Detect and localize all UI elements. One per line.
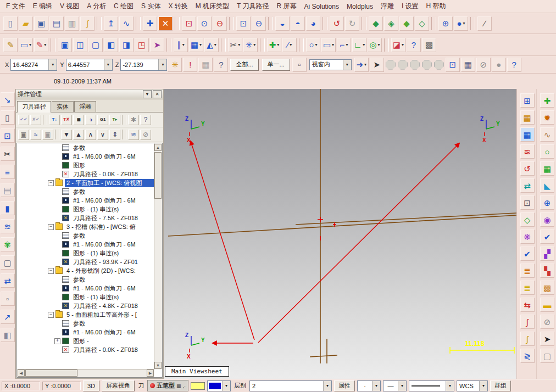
- layers-yellow-icon[interactable]: ≣: [520, 281, 535, 295]
- tree-item[interactable]: −5 - 曲面粗加工等高外形 - [: [17, 310, 154, 319]
- prompt-arrow-icon[interactable]: ➜▾: [354, 58, 369, 72]
- xform-mirror-icon[interactable]: ◭▾: [204, 38, 219, 52]
- line-style-dropdown[interactable]: — ▾: [383, 380, 407, 391]
- verify-check-icon[interactable]: ✔: [540, 229, 554, 244]
- tree-item-label[interactable]: 3 - 挖槽 (标准) - [WCS: 俯: [65, 223, 154, 231]
- create-line-dropdown-icon[interactable]: ▾: [290, 42, 292, 47]
- move-insert-down-icon[interactable]: ▼: [61, 130, 72, 140]
- menu-ai-solutions[interactable]: Ai Solutions: [301, 2, 343, 12]
- tree-horizontal-scrollbar[interactable]: ◀ ▶: [17, 369, 154, 377]
- window-layout-icon-3[interactable]: ▢: [88, 38, 103, 52]
- tree-item-label[interactable]: 4 - 外形铣削 (2D) - [WCS:: [65, 267, 154, 275]
- analyze-dynamic-icon[interactable]: ∿: [119, 16, 134, 31]
- shade-sphere-icon[interactable]: ◉: [540, 212, 554, 227]
- tree-expander-icon[interactable]: −: [48, 268, 54, 274]
- tab-solids[interactable]: 实体: [52, 101, 74, 112]
- scroll-insert-up-icon[interactable]: ∧: [85, 130, 96, 140]
- tree-item[interactable]: #1 - M6.00 倒角刀 - 6M: [17, 240, 154, 249]
- create-cylinder-icon[interactable]: ◎▾: [368, 38, 382, 52]
- disable-selection-icon[interactable]: ⊘: [476, 58, 491, 72]
- left-tool-icon-7[interactable]: ▮: [1, 201, 15, 215]
- level-dropdown-icon[interactable]: ▾: [323, 381, 331, 391]
- create-polyline-icon[interactable]: ∟▾: [352, 38, 366, 52]
- operations-tree[interactable]: 参数#1 - M6.00 倒角刀 - 6M图形✕刀具路径 - 0.0K - ZF…: [17, 143, 154, 369]
- move-insert-up-icon[interactable]: ▲: [73, 130, 84, 140]
- ime-mode-label[interactable]: 五笔型: [157, 382, 175, 390]
- spiral-icon[interactable]: ✹: [540, 110, 554, 125]
- ime-punctuation-icon[interactable]: ,·: [183, 383, 186, 389]
- tree-item[interactable]: #1 - M6.00 倒角刀 - 6M: [17, 196, 154, 205]
- yellow-bar-icon[interactable]: ▬: [540, 298, 554, 312]
- horizontal-scroll-thumb[interactable]: [25, 369, 77, 377]
- feed-speed-icon[interactable]: T▸: [109, 115, 120, 125]
- new-file-icon[interactable]: ▯: [3, 16, 18, 31]
- gview-front-icon[interactable]: ◈: [384, 16, 398, 31]
- ops-options-icon[interactable]: ✱: [128, 115, 139, 125]
- wcs-dropdown-icon[interactable]: ▾: [479, 381, 487, 391]
- analyze-position-icon[interactable]: ↥: [104, 16, 118, 31]
- mode-3d-button[interactable]: 3D: [83, 380, 99, 391]
- modify-dropdown-icon[interactable]: ▾: [253, 42, 255, 47]
- tree-item-label[interactable]: #1 - M6.00 倒角刀 - 6M: [71, 153, 154, 161]
- y-coordinate-value[interactable]: 6.44557: [66, 61, 104, 68]
- tree-item[interactable]: 图形: [17, 161, 154, 170]
- left-tool-icon-14[interactable]: ◧: [1, 328, 15, 342]
- zoom-window-icon[interactable]: ⊡: [182, 16, 196, 31]
- scroll-up-icon[interactable]: ▲: [154, 144, 162, 151]
- tree-item[interactable]: 参数: [17, 187, 154, 196]
- tree-item-label[interactable]: 参数: [71, 320, 154, 328]
- tree-item-label[interactable]: 5 - 曲面粗加工等高外形 - [: [65, 311, 154, 319]
- graphics-viewport[interactable]: Z Y X Z Y X Z Y X: [164, 89, 516, 379]
- tree-item[interactable]: +图形 -: [17, 337, 154, 345]
- sketch-pencil-icon[interactable]: ✎: [3, 38, 18, 52]
- surface-triangle-icon[interactable]: ◣: [540, 178, 554, 193]
- render-flower-icon[interactable]: ❋: [520, 229, 535, 244]
- disable-icon[interactable]: ⊘: [540, 315, 554, 329]
- wire-cube-icon[interactable]: ◇: [520, 212, 535, 227]
- x-field-dropdown-icon[interactable]: ▾: [48, 59, 57, 70]
- tree-item-label[interactable]: 刀具路径 - 0.0K - ZF018: [71, 170, 154, 178]
- highlight-color-swatch[interactable]: [191, 382, 205, 390]
- tree-item-label[interactable]: #1 - M6.00 倒角刀 - 6M: [71, 284, 154, 293]
- snap-sphere-icon[interactable]: ●: [492, 58, 506, 72]
- entity-color-dropdown[interactable]: ▾: [207, 380, 231, 391]
- regenerate-selected-icon[interactable]: T↓: [49, 115, 60, 125]
- add-geometry-icon[interactable]: ✚: [540, 93, 554, 108]
- create-polyline-dropdown-icon[interactable]: ▾: [363, 42, 365, 47]
- gview-iso-icon[interactable]: ◇: [415, 16, 429, 31]
- line-width-dropdown[interactable]: ▾: [409, 380, 454, 391]
- left-tool-icon-10[interactable]: ▢: [1, 255, 15, 270]
- line-style-icon[interactable]: ∕: [477, 16, 492, 31]
- toolpath-display-icon[interactable]: ≋: [128, 130, 139, 140]
- ime-keyboard-icon[interactable]: ▦: [176, 383, 181, 389]
- tree-item[interactable]: −2 - 平面加工 - [WCS: 俯视图: [17, 178, 154, 187]
- scroll-down-icon[interactable]: ▼: [154, 362, 162, 369]
- cursor-icon[interactable]: ➤: [540, 332, 554, 346]
- display-option-icon-1[interactable]: ◒: [275, 16, 290, 31]
- ime-logo-icon[interactable]: [150, 383, 155, 388]
- globe-icon[interactable]: ⊕: [540, 195, 554, 210]
- selection-view-dropdown-icon[interactable]: ▾: [343, 60, 351, 70]
- post-g1-icon[interactable]: G1: [97, 115, 108, 125]
- backplot-icon[interactable]: ■: [73, 115, 84, 125]
- tree-expander-icon[interactable]: −: [48, 180, 54, 186]
- tree-item[interactable]: 参数: [17, 231, 154, 240]
- tree-item-label[interactable]: 参数: [71, 232, 154, 240]
- select-all-button[interactable]: 全部...: [230, 59, 258, 71]
- level-dropdown[interactable]: 2 ▾: [249, 380, 332, 391]
- create-arc-icon[interactable]: ○▾: [306, 38, 320, 52]
- modify-icon[interactable]: ✳▾: [243, 38, 258, 52]
- create-rect-icon[interactable]: ▭▾: [321, 38, 336, 52]
- freeform-curve-icon[interactable]: ∿: [540, 127, 554, 142]
- panel-close-icon[interactable]: ✕: [153, 90, 162, 98]
- select-single-button[interactable]: 单一...: [262, 59, 290, 71]
- display-option-icon-2[interactable]: ◓: [291, 16, 305, 31]
- tree-item[interactable]: 参数: [17, 143, 154, 152]
- panel-collapse-icon[interactable]: ▼: [143, 90, 152, 98]
- regen-screen-icon[interactable]: ➤: [150, 38, 164, 52]
- create-point-icon[interactable]: ✚▾: [267, 38, 281, 52]
- create-fillet-icon[interactable]: ⌐▾: [337, 38, 351, 52]
- create-line-icon[interactable]: ∕▾: [282, 38, 297, 52]
- menu-xform[interactable]: X 转换: [164, 1, 191, 12]
- tree-item-label[interactable]: 刀具路径 - 7.5K - ZF018: [71, 214, 154, 222]
